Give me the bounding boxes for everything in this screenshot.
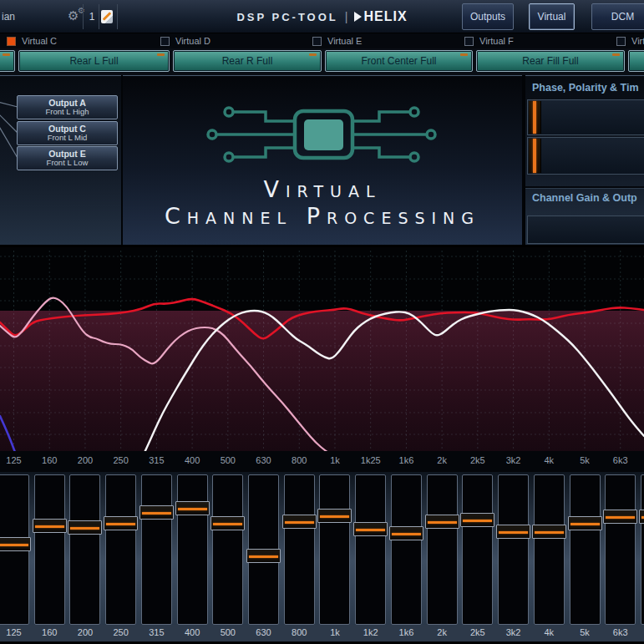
eq-band-track[interactable] xyxy=(570,474,601,625)
axis-tick-label: 200 xyxy=(78,455,93,465)
eq-band-track[interactable] xyxy=(641,474,644,625)
eq-band-track[interactable] xyxy=(355,474,386,625)
eq-band-handle[interactable] xyxy=(532,525,566,539)
virtual-tab: Virtual C xyxy=(7,35,57,47)
phase-slider[interactable] xyxy=(527,99,644,135)
eq-band-handle[interactable] xyxy=(210,516,245,530)
eq-handle-orange-line xyxy=(142,512,171,515)
eq-band-handle[interactable] xyxy=(568,516,602,530)
axis-tick-label: 2k xyxy=(437,455,447,465)
eq-handle-orange-line xyxy=(428,521,457,524)
eq-band-label: 630 xyxy=(256,627,271,637)
panel-title-line1: Virtual xyxy=(123,176,522,202)
gain-slider[interactable] xyxy=(527,216,644,244)
channel-button-marker xyxy=(3,53,10,56)
eq-band-track[interactable] xyxy=(462,474,493,625)
virtual-tab-label: Virtual E xyxy=(327,36,362,46)
eq-band-handle[interactable] xyxy=(496,525,530,539)
channel-button[interactable] xyxy=(628,50,644,72)
eq-band-track[interactable] xyxy=(605,474,636,625)
view-button-outputs[interactable]: Outputs xyxy=(462,3,514,30)
virtual-tab: Virtual E xyxy=(312,35,362,47)
eq-band-handle[interactable] xyxy=(317,509,352,523)
channel-button[interactable] xyxy=(0,50,15,72)
eq-band-handle[interactable] xyxy=(389,526,423,540)
top-bar: ian ⚙ ⚙ 1 DSP PC-TOOL | HELIX OutputsVir… xyxy=(0,0,644,33)
virtual-tab: Virtual F xyxy=(464,35,514,47)
view-button-dcm[interactable]: DCM xyxy=(591,3,644,30)
eq-band-track[interactable] xyxy=(284,474,315,625)
virtual-processing-panel: Virtual Channel Processing xyxy=(123,75,522,245)
eq-band-handle[interactable] xyxy=(603,510,637,524)
channel-button[interactable]: Rear Fill Full xyxy=(476,50,625,72)
virtual-tab-checkbox[interactable] xyxy=(464,37,474,46)
eq-band-handle[interactable] xyxy=(175,501,210,515)
eq-band-label: 1k6 xyxy=(399,627,414,637)
axis-tick-label: 6k3 xyxy=(613,455,628,465)
time-slider[interactable] xyxy=(527,137,644,175)
eq-band-track[interactable] xyxy=(498,474,529,625)
virtual-tab-label: Virtual F xyxy=(479,36,514,46)
axis-tick-label: 315 xyxy=(149,455,164,465)
channel-button-marker xyxy=(157,53,165,56)
virtual-tab-checkbox[interactable] xyxy=(616,37,626,46)
eq-band-track[interactable] xyxy=(391,474,422,625)
eq-band-handle[interactable] xyxy=(104,516,138,530)
eq-handle-orange-line xyxy=(0,544,28,546)
eq-band-track[interactable] xyxy=(69,474,100,625)
axis-tick-label: 800 xyxy=(292,455,307,465)
eq-band-track[interactable] xyxy=(141,474,172,625)
eq-band-track[interactable] xyxy=(212,474,243,625)
channel-button[interactable]: Rear L Full xyxy=(18,50,170,72)
edit-note-icon[interactable] xyxy=(101,10,113,23)
eq-band-handle[interactable] xyxy=(0,537,31,551)
eq-handle-orange-line xyxy=(213,523,242,525)
eq-band-handle[interactable] xyxy=(246,549,281,563)
eq-band-track[interactable] xyxy=(105,474,136,625)
phase-slider-handle[interactable] xyxy=(529,101,541,134)
eq-band-handle[interactable] xyxy=(33,519,67,533)
eq-band-handle[interactable] xyxy=(282,515,317,529)
output-button[interactable]: Output AFront L High xyxy=(17,95,118,119)
eq-band-track[interactable] xyxy=(34,474,65,625)
eq-band-handle[interactable] xyxy=(639,510,644,524)
eq-band-handle[interactable] xyxy=(425,515,459,529)
eq-handle-orange-line xyxy=(320,515,349,518)
eq-band-handle[interactable] xyxy=(353,522,388,536)
eq-handle-orange-line xyxy=(285,521,314,524)
channel-button-marker xyxy=(612,53,620,56)
eq-band-handle[interactable] xyxy=(68,520,102,535)
eq-band-track[interactable] xyxy=(319,474,350,625)
eq-band-label: 800 xyxy=(292,627,307,637)
virtual-tab: Virtual D xyxy=(160,35,210,47)
virtual-tab-checkbox[interactable] xyxy=(160,37,170,46)
eq-band-track[interactable] xyxy=(427,474,458,625)
eq-band-label: 2k xyxy=(437,627,447,637)
eq-band-track[interactable] xyxy=(534,474,565,625)
output-button[interactable]: Output EFront L Low xyxy=(17,146,118,170)
frequency-response-graph[interactable] xyxy=(0,247,644,451)
output-button[interactable]: Output CFront L Mid xyxy=(17,121,118,145)
eq-handle-orange-line xyxy=(70,527,99,530)
channel-gain-header: Channel Gain & Outp xyxy=(532,192,637,204)
phase-gain-panel: Phase, Polarity & Tim Channel Gain & Out… xyxy=(525,75,644,245)
virtual-tab-label: Virtual D xyxy=(175,36,210,46)
virtual-tab-checkbox[interactable] xyxy=(312,37,322,46)
eq-band-label: 250 xyxy=(113,627,128,637)
phase-polarity-time-header: Phase, Polarity & Tim xyxy=(532,82,639,94)
time-slider-handle[interactable] xyxy=(529,139,541,173)
document-count: 1 xyxy=(86,11,98,23)
graphic-eq-section: 1251602002503154005006308001k1k21k62k2k5… xyxy=(0,472,644,644)
channel-button[interactable]: Rear R Full xyxy=(173,50,322,72)
eq-band-handle[interactable] xyxy=(460,513,494,527)
eq-band-track[interactable] xyxy=(177,474,208,625)
output-button-line2: Front L Low xyxy=(47,159,89,168)
axis-tick-label: 1k6 xyxy=(399,455,414,465)
axis-tick-label: 630 xyxy=(256,455,271,465)
virtual-tab: Virtu xyxy=(616,35,644,47)
virtual-tab-checkbox[interactable] xyxy=(7,37,16,46)
channel-button[interactable]: Front Center Full xyxy=(325,50,473,72)
view-button-virtual[interactable]: Virtual xyxy=(529,3,575,30)
eq-handle-orange-line xyxy=(606,516,635,519)
eq-band-handle[interactable] xyxy=(139,505,174,520)
